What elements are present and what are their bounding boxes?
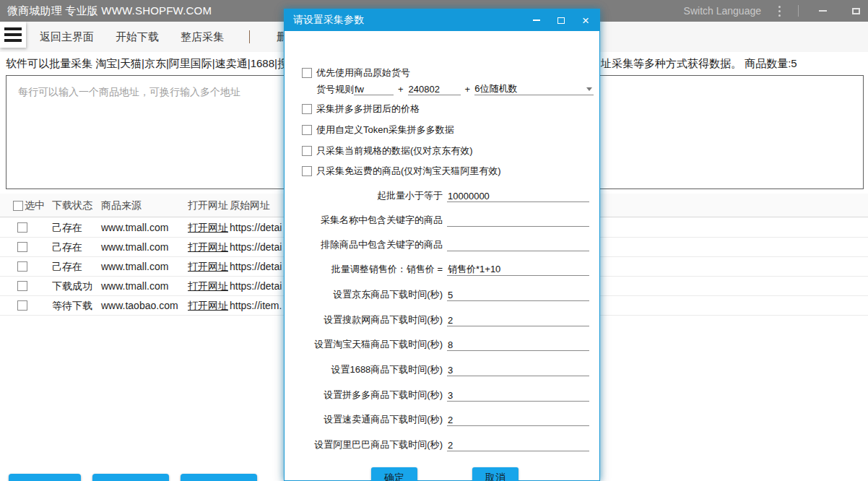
field-include-keyword: 采集名称中包含关键字的商品: [285, 212, 589, 227]
source-cell: www.tmall.com: [101, 257, 168, 277]
minimize-icon: [533, 20, 540, 21]
maximize-button[interactable]: [846, 1, 865, 20]
dialog-titlebar[interactable]: 请设置采集参数 ×: [285, 9, 599, 31]
close-icon: ×: [582, 14, 589, 27]
toolbar-start-download-button[interactable]: 开始下载: [116, 22, 159, 52]
checkbox-row-current-spec: 只采集当前规格的数据(仅对京东有效): [302, 145, 473, 157]
row-checkbox[interactable]: [17, 222, 27, 233]
toolbar-separator: [249, 30, 250, 43]
field-taobao-tmall-delay: 设置淘宝天猫商品下载时间(秒): [285, 336, 589, 351]
original-url-cell: https://detai: [230, 257, 282, 277]
open-url-link[interactable]: 打开网址: [188, 296, 228, 316]
field-aliexpress-delay: 设置速卖通商品下载时间(秒): [285, 411, 589, 426]
titlebar-separator: [798, 5, 799, 17]
checkbox-label: 只采集当前规格的数据(仅对京东有效): [316, 144, 473, 157]
more-options-icon[interactable]: [776, 4, 784, 18]
open-url-link[interactable]: 打开网址: [188, 257, 228, 277]
alibaba-delay-input[interactable]: [447, 439, 589, 451]
row-checkbox[interactable]: [17, 300, 27, 311]
field-label: 采集名称中包含关键字的商品: [285, 213, 443, 227]
dialog-minimize-button[interactable]: [524, 10, 549, 30]
original-sku-checkbox[interactable]: [302, 68, 312, 78]
row-checkbox[interactable]: [17, 242, 27, 252]
header-select: 选中: [25, 194, 45, 217]
checkbox-row-custom-token: 使用自定义Token采集拼多多数据: [302, 124, 454, 136]
bottom-action-button-2[interactable]: [92, 474, 169, 481]
status-cell: 等待下载: [52, 296, 92, 316]
field-jd-delay: 设置京东商品下载时间(秒): [285, 286, 589, 301]
field-1688-delay: 设置1688商品下载时间(秒): [285, 361, 589, 376]
original-url-cell: https://item.: [230, 296, 282, 316]
pdd-group-price-checkbox[interactable]: [302, 104, 312, 114]
field-label: 设置速卖通商品下载时间(秒): [285, 412, 443, 426]
sku-date-input[interactable]: [408, 83, 461, 95]
row-checkbox[interactable]: [17, 261, 27, 272]
open-url-link[interactable]: 打开网址: [188, 238, 228, 257]
sku-rule-label: 货号规则: [316, 83, 354, 95]
status-cell: 己存在: [52, 238, 82, 257]
source-cell: www.tmall.com: [101, 238, 168, 257]
field-pdd-delay: 设置拼多多商品下载时间(秒): [285, 386, 589, 402]
bottom-action-button-3[interactable]: [181, 474, 257, 481]
checkbox-row-original-sku: 优先使用商品原始货号: [302, 67, 410, 79]
toolbar-back-button[interactable]: 返回主界面: [40, 22, 94, 52]
sku-rule-row: 货号规则 + + 6位随机数: [316, 83, 594, 95]
header-source: 商品来源: [101, 194, 142, 217]
field-exclude-keyword: 排除商品中包含关键字的商品: [285, 236, 589, 251]
row-checkbox[interactable]: [17, 281, 27, 291]
checkbox-label: 采集拼多多拼团后的价格: [316, 103, 420, 116]
switch-language-button[interactable]: Switch Language: [684, 5, 761, 17]
custom-token-checkbox[interactable]: [302, 125, 312, 135]
select-all-checkbox[interactable]: [13, 201, 23, 211]
selected-value: 6位随机数: [474, 83, 517, 95]
original-url-cell: https://detai: [230, 277, 282, 296]
dialog-maximize-button[interactable]: [549, 10, 573, 30]
field-soukuan-delay: 设置搜款网商品下载时间(秒): [285, 311, 589, 326]
status-cell: 下载成功: [52, 277, 92, 296]
toolbar-whole-store-button[interactable]: 整店采集: [181, 22, 224, 52]
jd-delay-input[interactable]: [447, 289, 589, 301]
app-window: 微商城助理 专业版 WWW.SHOPFW.COM Switch Language…: [0, 0, 868, 481]
bottom-action-button-1[interactable]: [9, 474, 81, 481]
field-label: 设置阿里巴巴商品下载时间(秒): [285, 438, 443, 451]
source-cell: www.tmall.com: [101, 277, 168, 296]
include-keyword-input[interactable]: [447, 214, 589, 227]
taobao-tmall-delay-input[interactable]: [447, 339, 589, 351]
min-batch-input[interactable]: [447, 190, 589, 202]
dialog-close-button[interactable]: ×: [573, 10, 598, 30]
cancel-button[interactable]: 取消: [472, 467, 518, 481]
pdd-delay-input[interactable]: [447, 389, 589, 402]
original-url-cell: https://detai: [230, 238, 282, 257]
ok-button[interactable]: 确定: [371, 467, 417, 481]
source-cell: www.tmall.com: [101, 218, 168, 238]
status-cell: 己存在: [52, 257, 82, 277]
random-digits-select[interactable]: 6位随机数: [474, 83, 594, 95]
dialog-body: 优先使用商品原始货号 货号规则 + + 6位随机数 采集拼多多拼团后的价格 使用…: [285, 31, 599, 480]
checkbox-label: 只采集免运费的商品(仅对淘宝天猫阿里有效): [316, 165, 501, 178]
open-url-link[interactable]: 打开网址: [188, 218, 228, 238]
field-label: 设置淘宝天猫商品下载时间(秒): [285, 337, 443, 351]
delay-1688-input[interactable]: [447, 364, 589, 376]
hamburger-menu-icon[interactable]: [0, 22, 26, 48]
field-label: 排除商品中包含关键字的商品: [285, 238, 443, 251]
maximize-icon: [557, 17, 565, 24]
sku-prefix-input[interactable]: [354, 83, 394, 95]
plus-sign: +: [398, 83, 404, 95]
header-status: 下载状态: [52, 194, 92, 217]
price-formula-input[interactable]: [447, 264, 589, 276]
field-label: 设置拼多多商品下载时间(秒): [285, 388, 443, 402]
open-url-link[interactable]: 打开网址: [188, 277, 228, 296]
soukuan-delay-input[interactable]: [447, 314, 589, 326]
field-label: 设置搜款网商品下载时间(秒): [285, 313, 443, 326]
free-shipping-checkbox[interactable]: [302, 166, 312, 176]
field-label: 批量调整销售价：销售价 =: [285, 262, 443, 276]
aliexpress-delay-input[interactable]: [447, 414, 589, 426]
field-min-batch: 起批量小于等于: [285, 187, 589, 202]
dialog-title: 请设置采集参数: [285, 14, 364, 27]
current-spec-checkbox[interactable]: [302, 146, 312, 156]
minimize-button[interactable]: [813, 1, 832, 20]
exclude-keyword-input[interactable]: [447, 239, 589, 251]
info-text-left: 软件可以批量采集 淘宝|天猫|京东|阿里国际|速卖通|1688|搜: [6, 57, 288, 71]
collection-params-dialog: 请设置采集参数 × 优先使用商品原始货号 货号规则 + + 6位随机数: [284, 9, 600, 481]
plus-sign: +: [465, 83, 471, 95]
